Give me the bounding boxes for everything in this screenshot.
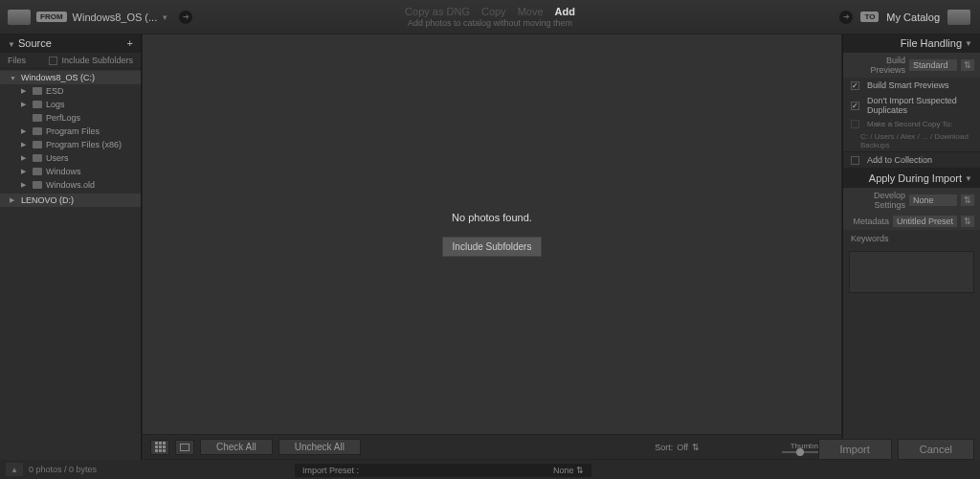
dropdown-icon[interactable]: ⇅: [961, 216, 974, 227]
tree-item[interactable]: ▶ESD: [0, 84, 141, 98]
tree-item-label: LENOVO (D:): [21, 195, 74, 205]
tab-copy[interactable]: Copy: [481, 6, 506, 17]
metadata-dropdown[interactable]: Untitled Preset: [893, 216, 957, 227]
source-panel: ▼ Source + Files Include Subfolders ▼Win…: [0, 34, 142, 460]
sort-label: Sort:: [655, 443, 673, 452]
folder-tree: ▼Windows8_OS (C:) ▶ESD ▶Logs PerfLogs ▶P…: [0, 69, 141, 209]
catalog-icon: [947, 10, 970, 25]
tree-item[interactable]: ▶Windows.old: [0, 178, 141, 192]
metadata-row: Metadata Untitled Preset ⇅: [843, 213, 980, 230]
tree-item[interactable]: ▶Users: [0, 151, 141, 165]
options-panel: File Handling ▼ Build Previews Standard …: [842, 34, 980, 460]
triangle-right-icon: ▶: [21, 141, 29, 148]
add-collection-row[interactable]: Add to Collection: [843, 151, 980, 169]
develop-dropdown[interactable]: None: [909, 194, 957, 206]
no-duplicates-row[interactable]: Don't Import Suspected Duplicates: [843, 93, 980, 118]
updown-icon: ⇅: [576, 466, 584, 475]
tab-copy-dng[interactable]: Copy as DNG: [405, 6, 470, 17]
triangle-down-icon: ▼: [965, 174, 972, 183]
triangle-right-icon: ▶: [21, 168, 29, 175]
import-preset-bar[interactable]: Import Preset : None ⇅: [295, 464, 591, 477]
triangle-right-icon: ▶: [10, 196, 17, 204]
apply-during-header[interactable]: Apply During Import ▼: [843, 169, 980, 188]
tree-item-label: PerfLogs: [46, 113, 80, 123]
include-subfolders-checkbox[interactable]: [49, 57, 57, 65]
no-photos-message: No photos found.: [452, 212, 532, 223]
folder-icon: [33, 101, 42, 108]
no-duplicates-checkbox[interactable]: [851, 102, 859, 110]
triangle-down-icon: ▼: [965, 39, 972, 48]
file-handling-header[interactable]: File Handling ▼: [843, 34, 980, 53]
tree-item-label: Program Files: [46, 126, 100, 136]
grid-view-button[interactable]: [150, 440, 169, 455]
triangle-right-icon: ▶: [21, 87, 29, 95]
from-badge: FROM: [36, 11, 67, 22]
destination-name[interactable]: My Catalog: [886, 11, 940, 23]
keywords-label: Keywords: [843, 230, 980, 247]
tree-item-label: Windows8_OS (C:): [21, 73, 95, 82]
tree-root[interactable]: ▼Windows8_OS (C:): [0, 71, 141, 84]
tree-item-label: ESD: [46, 86, 64, 96]
uncheck-all-button[interactable]: Uncheck All: [278, 439, 361, 455]
include-subfolders-label: Include Subfolders: [61, 56, 133, 65]
tree-drive[interactable]: ▶LENOVO (D:): [0, 194, 141, 207]
source-drive-name[interactable]: Windows8_OS (...: [73, 11, 158, 23]
add-collection-checkbox[interactable]: [851, 156, 859, 165]
folder-icon: [33, 168, 42, 175]
triangle-right-icon: ▶: [21, 127, 29, 135]
folder-icon: [33, 127, 42, 135]
preset-value: None: [553, 466, 574, 475]
plus-icon[interactable]: +: [127, 37, 133, 49]
smart-previews-checkbox[interactable]: [851, 81, 859, 90]
tree-item[interactable]: PerfLogs: [0, 111, 141, 125]
tree-item[interactable]: ▶Program Files: [0, 125, 141, 138]
header-source: FROM Windows8_OS (... ▾ ➔: [0, 10, 192, 25]
folder-icon: [33, 181, 42, 189]
status-count: 0 photos / 0 bytes: [29, 465, 97, 474]
sort-value: Off: [677, 443, 688, 452]
folder-icon: [33, 154, 42, 162]
build-previews-row: Build Previews Standard ⇅: [843, 53, 980, 78]
tree-item[interactable]: ▶Logs: [0, 98, 141, 111]
folder-icon: [33, 141, 42, 148]
option-label: Don't Import Suspected Duplicates: [867, 96, 972, 115]
cancel-button[interactable]: Cancel: [898, 439, 974, 460]
tree-item[interactable]: ▶Windows: [0, 165, 141, 178]
folder-icon: [33, 114, 42, 122]
preview-footer: Check All Uncheck All Sort: Off ⇅ Thumbn…: [143, 434, 841, 459]
check-all-button[interactable]: Check All: [200, 439, 273, 455]
import-button[interactable]: Import: [818, 439, 892, 460]
tree-item-label: Program Files (x86): [46, 140, 122, 149]
drive-icon: [8, 10, 31, 25]
tab-move[interactable]: Move: [518, 6, 544, 17]
include-subfolders-button[interactable]: Include Subfolders: [442, 237, 543, 257]
panel-title: Apply During Import: [869, 172, 962, 184]
dropdown-icon[interactable]: ⇅: [961, 59, 974, 71]
tree-item[interactable]: ▶Program Files (x86): [0, 138, 141, 151]
header-destination: ➔ TO My Catalog: [834, 10, 980, 25]
second-copy-row[interactable]: Make a Second Copy To:: [843, 118, 980, 130]
keywords-input[interactable]: [849, 251, 974, 293]
single-view-button[interactable]: [175, 440, 194, 455]
sort-updown-icon: ⇅: [692, 443, 700, 452]
status-bar: ▲ 0 photos / 0 bytes Import Preset : Non…: [0, 460, 980, 479]
build-previews-dropdown[interactable]: Standard: [909, 59, 957, 71]
source-arrow-button[interactable]: ➔: [179, 11, 192, 24]
preset-label: Import Preset :: [302, 466, 359, 475]
sort-control[interactable]: Sort: Off ⇅: [655, 443, 700, 452]
second-copy-checkbox[interactable]: [851, 120, 859, 128]
chevron-down-icon[interactable]: ▾: [163, 12, 167, 22]
collapse-button[interactable]: ▲: [6, 463, 23, 476]
option-label: Add to Collection: [867, 155, 932, 165]
dest-arrow-button[interactable]: ➔: [839, 11, 853, 24]
smart-previews-row[interactable]: Build Smart Previews: [843, 78, 980, 93]
slider-knob[interactable]: [796, 448, 804, 456]
triangle-down-icon: ▼: [10, 75, 17, 81]
triangle-right-icon: ▶: [21, 154, 29, 162]
preview-area: No photos found. Include Subfolders Chec…: [142, 34, 842, 460]
mode-description: Add photos to catalog without moving the…: [408, 18, 572, 28]
dropdown-icon[interactable]: ⇅: [961, 194, 974, 206]
source-panel-header[interactable]: ▼ Source +: [0, 34, 141, 53]
source-tab-files[interactable]: Files: [8, 56, 26, 65]
tab-add[interactable]: Add: [555, 6, 575, 17]
